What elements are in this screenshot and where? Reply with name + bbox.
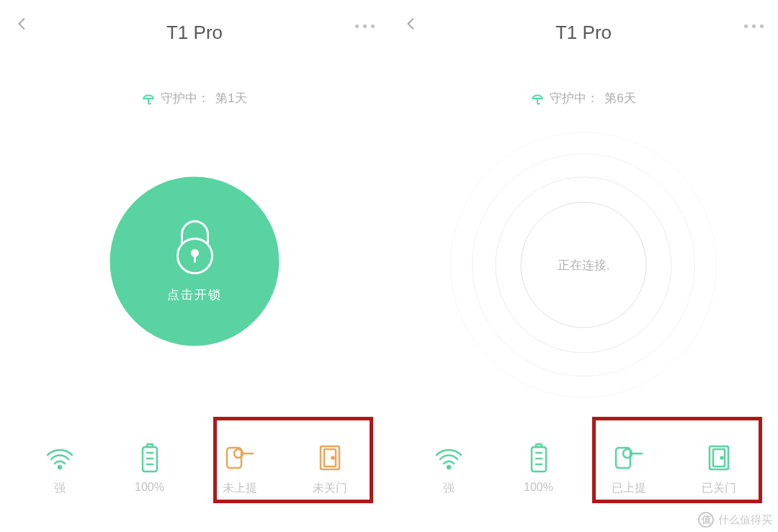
status-label: 未上提: [223, 481, 257, 496]
lock-icon: [171, 220, 218, 275]
watermark: 值 什么值得买: [698, 512, 772, 528]
center-area: 正在连接.: [479, 146, 688, 384]
status-item-signal: 强: [416, 443, 481, 496]
handle-icon: [223, 443, 257, 472]
status-item-signal: 强: [27, 443, 92, 496]
battery-icon: [522, 443, 556, 472]
more-menu-icon[interactable]: [744, 24, 764, 28]
connecting-label: 正在连接.: [558, 257, 610, 274]
handle-icon: [612, 443, 646, 472]
status-item-battery: 100%: [117, 443, 182, 496]
wifi-icon: [432, 443, 466, 472]
svg-rect-15: [536, 444, 542, 447]
center-area: 点击开锁: [90, 157, 299, 366]
status-item-door: 已关门: [687, 443, 751, 496]
door-icon: [313, 443, 347, 472]
unlock-label: 点击开锁: [167, 287, 222, 303]
svg-point-2: [58, 466, 61, 469]
status-label: 未关门: [313, 481, 347, 496]
unlock-button[interactable]: 点击开锁: [110, 177, 280, 346]
guard-label: 守护中：: [161, 90, 210, 107]
status-label: 100%: [135, 481, 164, 494]
svg-point-13: [447, 466, 450, 469]
status-row: 强 100% 未上提 未关门: [0, 443, 389, 496]
device-pane-left: T1 Pro 守护中： 第1天 点击开锁 强: [0, 0, 389, 532]
wifi-icon: [43, 443, 77, 472]
status-label: 已关门: [702, 481, 736, 496]
status-label: 已上提: [612, 481, 646, 496]
status-row: 强 100% 已上提 已关门: [389, 443, 778, 496]
more-menu-icon[interactable]: [355, 24, 375, 28]
page-title: T1 Pro: [0, 22, 389, 44]
battery-icon: [133, 443, 167, 472]
status-label: 强: [443, 481, 455, 496]
guard-day: 第6天: [604, 90, 635, 107]
page-title: T1 Pro: [389, 22, 778, 44]
guard-day: 第1天: [215, 90, 246, 107]
status-item-handle: 已上提: [596, 443, 661, 496]
svg-point-23: [720, 457, 723, 459]
guard-status: 守护中： 第1天: [142, 90, 246, 107]
status-item-door: 未关门: [298, 443, 362, 496]
umbrella-icon: [531, 92, 544, 105]
door-icon: [702, 443, 736, 472]
guard-label: 守护中：: [550, 90, 599, 107]
svg-rect-4: [147, 444, 153, 447]
svg-point-12: [331, 457, 334, 459]
umbrella-icon: [142, 92, 155, 105]
status-label: 100%: [524, 481, 553, 494]
header: T1 Pro: [0, 0, 389, 43]
status-item-handle: 未上提: [207, 443, 272, 496]
watermark-text: 什么值得买: [718, 513, 772, 527]
watermark-logo-icon: 值: [698, 512, 714, 528]
guard-status: 守护中： 第6天: [531, 90, 635, 107]
header: T1 Pro: [389, 0, 778, 43]
status-item-battery: 100%: [506, 443, 571, 496]
device-pane-right: T1 Pro 守护中： 第6天 正在连接. 强 100%: [389, 0, 778, 532]
status-label: 强: [54, 481, 66, 496]
